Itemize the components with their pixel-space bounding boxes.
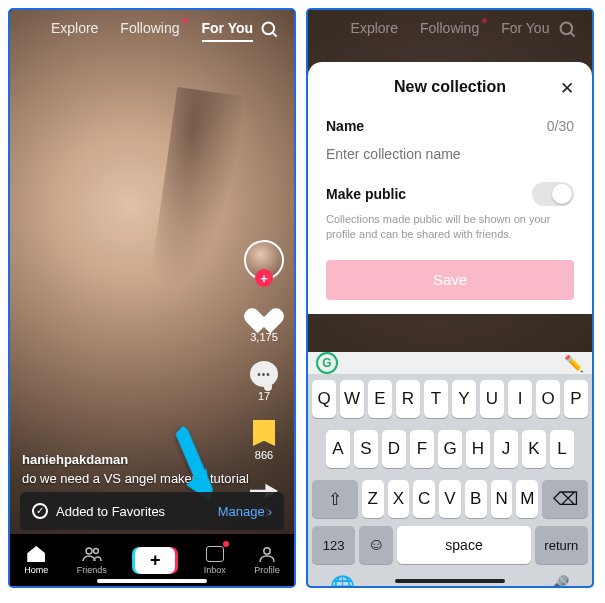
friends-icon [82, 545, 102, 563]
home-indicator [97, 579, 207, 583]
key-m[interactable]: M [516, 480, 538, 518]
like-count: 3,175 [250, 331, 278, 343]
top-tabs: Explore Following For You [308, 20, 592, 36]
key-n[interactable]: N [491, 480, 513, 518]
svg-point-0 [263, 23, 275, 35]
like-button[interactable]: 3,175 [249, 298, 279, 343]
action-rail: + 3,175 17 866 61 [244, 240, 284, 518]
svg-line-6 [571, 33, 575, 37]
key-i[interactable]: I [508, 380, 532, 418]
tab-profile[interactable]: Profile [254, 545, 280, 575]
comment-button[interactable]: 17 [250, 361, 278, 402]
return-key[interactable]: return [535, 526, 588, 564]
added-favorites-toast: ✓ Added to Favorites Manage › [20, 492, 284, 530]
home-icon [27, 546, 45, 562]
key-x[interactable]: X [388, 480, 410, 518]
comment-icon [250, 361, 278, 387]
grammarly-icon[interactable]: G [316, 352, 338, 374]
shift-key[interactable]: ⇧ [312, 480, 358, 518]
char-count: 0/30 [547, 118, 574, 134]
emoji-key[interactable]: ☺ [359, 526, 393, 564]
key-c[interactable]: C [413, 480, 435, 518]
tab-create[interactable]: + [135, 547, 175, 574]
key-w[interactable]: W [340, 380, 364, 418]
tab-inbox[interactable]: Inbox [204, 545, 226, 575]
key-z[interactable]: Z [362, 480, 384, 518]
key-t[interactable]: T [424, 380, 448, 418]
key-d[interactable]: D [382, 430, 406, 468]
mic-icon[interactable]: 🎤 [545, 574, 570, 588]
name-label: Name [326, 118, 364, 134]
keyboard: G ✏️ QWERTYUIOP ASDFGHJKL ⇧ ZXCVBNM ⌫ 12… [308, 352, 592, 586]
manage-link[interactable]: Manage › [218, 504, 272, 519]
key-j[interactable]: J [494, 430, 518, 468]
inbox-icon [205, 545, 225, 563]
backspace-key[interactable]: ⌫ [542, 480, 588, 518]
space-key[interactable]: space [397, 526, 530, 564]
home-indicator [395, 579, 505, 583]
tab-home[interactable]: Home [24, 545, 48, 575]
search-icon[interactable] [260, 20, 280, 44]
creator-avatar[interactable]: + [244, 240, 284, 280]
close-icon[interactable]: ✕ [560, 78, 574, 99]
tab-explore[interactable]: Explore [351, 20, 398, 36]
svg-point-2 [86, 548, 92, 554]
keyboard-toolbar: G ✏️ [308, 352, 592, 374]
tab-for-you[interactable]: For You [501, 20, 549, 36]
follow-plus-icon[interactable]: + [255, 269, 273, 287]
make-public-description: Collections made public will be shown on… [326, 212, 574, 242]
new-collection-screen: Explore Following For You New collection… [306, 8, 594, 588]
key-p[interactable]: P [564, 380, 588, 418]
plus-icon: + [135, 547, 175, 574]
tab-explore[interactable]: Explore [51, 20, 98, 42]
check-icon: ✓ [32, 503, 48, 519]
top-tabs: Explore Following For You [10, 20, 294, 42]
key-y[interactable]: Y [452, 380, 476, 418]
sticker-icon[interactable]: ✏️ [564, 354, 584, 373]
chevron-right-icon: › [268, 504, 272, 519]
key-q[interactable]: Q [312, 380, 336, 418]
key-s[interactable]: S [354, 430, 378, 468]
tab-for-you[interactable]: For You [202, 20, 254, 42]
new-collection-sheet: New collection ✕ Name 0/30 Make public C… [308, 62, 592, 314]
search-icon[interactable] [558, 20, 578, 44]
toast-text: Added to Favorites [56, 504, 165, 519]
tab-following[interactable]: Following [120, 20, 179, 42]
tab-friends[interactable]: Friends [77, 545, 107, 575]
feed-screen: Explore Following For You + 3,175 17 866 [8, 8, 296, 588]
save-count: 866 [255, 449, 273, 461]
key-a[interactable]: A [326, 430, 350, 468]
key-v[interactable]: V [439, 480, 461, 518]
key-k[interactable]: K [522, 430, 546, 468]
svg-point-5 [561, 23, 573, 35]
tab-following[interactable]: Following [420, 20, 479, 36]
svg-point-4 [264, 548, 270, 554]
heart-icon [249, 298, 279, 328]
key-o[interactable]: O [536, 380, 560, 418]
bookmark-icon [253, 420, 275, 446]
key-u[interactable]: U [480, 380, 504, 418]
numbers-key[interactable]: 123 [312, 526, 355, 564]
key-g[interactable]: G [438, 430, 462, 468]
key-h[interactable]: H [466, 430, 490, 468]
svg-point-3 [93, 549, 98, 554]
key-b[interactable]: B [465, 480, 487, 518]
collection-name-input[interactable] [326, 144, 574, 176]
comment-count: 17 [258, 390, 270, 402]
make-public-toggle[interactable] [532, 182, 574, 206]
key-l[interactable]: L [550, 430, 574, 468]
svg-line-1 [273, 33, 277, 37]
key-e[interactable]: E [368, 380, 392, 418]
key-r[interactable]: R [396, 380, 420, 418]
save-button[interactable]: Save [326, 260, 574, 300]
globe-icon[interactable]: 🌐 [330, 574, 355, 588]
key-f[interactable]: F [410, 430, 434, 468]
save-button[interactable]: 866 [253, 420, 275, 461]
profile-icon [257, 545, 277, 563]
make-public-label: Make public [326, 186, 406, 202]
sheet-title: New collection [394, 78, 506, 96]
